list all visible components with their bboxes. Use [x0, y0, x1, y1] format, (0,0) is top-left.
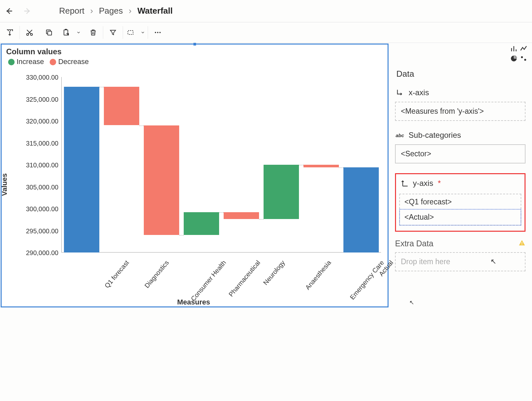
warning-icon	[518, 239, 526, 248]
bar-neurology[interactable]	[224, 212, 259, 219]
svg-point-5	[155, 32, 156, 33]
y-axis-slot-label: y-axis*	[400, 179, 521, 188]
legend-increase: Increase	[8, 58, 44, 66]
data-panel: Data x-axis <Measures from 'y-axis'> abc…	[389, 43, 532, 308]
svg-point-9	[524, 59, 526, 61]
abc-icon: abc	[396, 133, 404, 138]
y-axis-item-actual[interactable]: <Actual>	[399, 209, 521, 226]
y-tick: 305,000.00	[26, 183, 58, 191]
forward-button	[21, 5, 34, 18]
copy-button[interactable]	[39, 22, 59, 43]
crumb-report[interactable]: Report	[59, 6, 84, 16]
x-label: Pharmaceutical	[227, 259, 262, 298]
y-tick: 290,000.00	[26, 249, 58, 257]
svg-point-6	[157, 32, 158, 33]
sub-categories-slot[interactable]: <Sector>	[395, 144, 526, 163]
filter-button[interactable]	[103, 22, 123, 43]
sub-categories-slot-label: abc Sub-categories	[396, 131, 526, 140]
chevron-right-icon: ›	[90, 6, 93, 16]
x-axis-slot-label: x-axis	[396, 88, 526, 97]
x-axis-labels: Q1 forecastDiagnosticsConsumer HealthPha…	[61, 252, 381, 295]
bar-anaesthesia[interactable]	[264, 165, 299, 219]
cursor-icon: ↖	[409, 299, 414, 306]
svg-point-1	[31, 33, 32, 35]
toolbar	[0, 22, 532, 43]
y-tick: 320,000.00	[26, 118, 58, 125]
legend-title: Column values	[6, 47, 388, 56]
x-label: Neurology	[262, 259, 286, 287]
chart-type-picker[interactable]	[510, 45, 529, 62]
bar-emergency-care[interactable]	[303, 165, 339, 167]
select-group[interactable]	[123, 22, 148, 43]
paste-button[interactable]	[59, 22, 74, 43]
extra-data-label: Extra Data	[395, 239, 526, 248]
x-label: Consumer Health	[189, 259, 228, 303]
y-tick: 310,000.00	[26, 162, 58, 169]
svg-point-8	[521, 56, 523, 58]
line-chart-icon[interactable]	[520, 45, 527, 53]
paste-group[interactable]	[59, 22, 83, 43]
y-axis-slot[interactable]: <Q1 forecast> <Actual>	[399, 194, 521, 226]
svg-rect-2	[48, 31, 52, 35]
y-axis-title: Values	[0, 173, 9, 196]
y-tick: 325,000.00	[26, 96, 58, 103]
increase-swatch-icon	[8, 59, 15, 65]
bar-pharmaceutical[interactable]	[184, 212, 219, 235]
more-button[interactable]	[148, 22, 167, 43]
svg-rect-4	[128, 31, 133, 34]
x-label: Emergency Care	[349, 259, 386, 301]
crumb-current: Waterfall	[137, 6, 173, 16]
plot-area: 330,000.00325,000.00320,000.00315,000.00…	[61, 77, 381, 252]
svg-rect-11	[522, 244, 522, 245]
legend-decrease: Decrease	[50, 58, 89, 66]
breadcrumb-bar: Report › Pages › Waterfall	[0, 0, 532, 22]
crumb-pages[interactable]: Pages	[99, 6, 123, 16]
panel-header: Data	[396, 69, 526, 79]
svg-rect-10	[522, 242, 522, 244]
bar-actual[interactable]	[343, 167, 378, 252]
x-axis-slot[interactable]: <Measures from 'y-axis'>	[395, 102, 526, 121]
x-label: Q1 forecast	[103, 259, 130, 290]
back-button[interactable]	[3, 5, 16, 18]
y-tick: 295,000.00	[26, 227, 58, 235]
y-tick: 330,000.00	[26, 74, 58, 81]
cut-button[interactable]	[20, 22, 39, 43]
extra-data-slot[interactable]: Drop item here	[395, 252, 526, 271]
svg-point-0	[27, 33, 29, 35]
chart-canvas[interactable]: Column values Increase Decrease Values 3…	[1, 44, 389, 307]
pie-chart-icon[interactable]	[510, 55, 518, 62]
x-label: Diagnostics	[143, 259, 170, 290]
waterfall-chart: Values 330,000.00325,000.00320,000.00315…	[6, 77, 381, 306]
scatter-chart-icon[interactable]	[520, 55, 527, 62]
y-axis-item-q1-forecast[interactable]: <Q1 forecast>	[400, 194, 521, 210]
y-axis-slot-group: y-axis* <Q1 forecast> <Actual> ↖	[395, 173, 526, 232]
bar-diagnostics[interactable]	[104, 87, 139, 125]
bar-chart-icon[interactable]	[510, 45, 518, 53]
bar-q1-forecast[interactable]	[64, 87, 99, 252]
bar-consumer-health[interactable]	[144, 125, 179, 235]
x-label: Anaesthesia	[304, 259, 332, 291]
y-tick: 300,000.00	[26, 205, 58, 213]
select-button[interactable]	[123, 22, 138, 43]
paste-menu-button[interactable]	[74, 22, 83, 43]
decrease-swatch-icon	[50, 59, 56, 65]
y-tick: 315,000.00	[26, 139, 58, 147]
delete-button[interactable]	[83, 22, 103, 43]
insert-button[interactable]	[0, 22, 19, 43]
svg-point-7	[159, 32, 161, 33]
select-menu-button[interactable]	[138, 22, 148, 43]
breadcrumb: Report › Pages › Waterfall	[59, 6, 173, 16]
legend: Increase Decrease	[8, 58, 388, 66]
chevron-right-icon: ›	[129, 6, 131, 16]
